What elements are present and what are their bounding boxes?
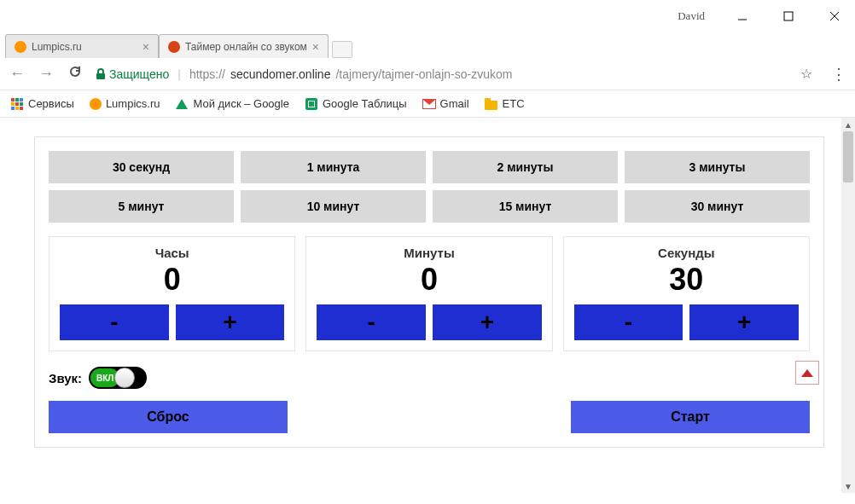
- sound-row: Звук: ВКЛ: [49, 367, 810, 389]
- bookmark-star-icon[interactable]: ☆: [800, 66, 812, 82]
- preset-1m[interactable]: 1 минута: [241, 151, 426, 183]
- preset-grid: 30 секунд 1 минута 2 минуты 3 минуты 5 м…: [49, 151, 810, 223]
- tab-lumpics[interactable]: Lumpics.ru ×: [5, 34, 159, 58]
- sound-toggle[interactable]: ВКЛ: [89, 367, 147, 389]
- chrome-menu-icon[interactable]: ⋮: [831, 65, 846, 84]
- maximize-button[interactable]: [771, 4, 806, 28]
- back-button[interactable]: ←: [9, 65, 26, 83]
- window-title-bar: David: [0, 0, 855, 32]
- preset-10m[interactable]: 10 минут: [241, 190, 426, 223]
- preset-3m[interactable]: 3 минуты: [625, 151, 810, 183]
- seconds-minus-button[interactable]: -: [574, 304, 683, 340]
- scroll-thumb[interactable]: [843, 131, 853, 182]
- preset-30s[interactable]: 30 секунд: [49, 151, 234, 183]
- bookmark-sheets[interactable]: Google Таблицы: [305, 97, 407, 111]
- scroll-up-arrow[interactable]: ▲: [841, 118, 855, 131]
- minutes-value: 0: [317, 262, 541, 298]
- apps-button[interactable]: Сервисы: [10, 97, 74, 111]
- seconds-label: Секунды: [574, 246, 799, 260]
- bookmark-gmail[interactable]: Gmail: [422, 97, 469, 111]
- action-row: Сброс Старт: [49, 401, 810, 433]
- tab-title: Lumpics.ru: [32, 41, 137, 53]
- favicon-icon: [168, 41, 180, 53]
- favicon-icon: [90, 98, 102, 110]
- url-host: secundomer.online: [230, 67, 331, 81]
- favicon-icon: [15, 41, 26, 53]
- vertical-scrollbar[interactable]: ▲ ▼: [841, 118, 855, 493]
- sound-label: Звук:: [49, 371, 82, 385]
- apps-label: Сервисы: [28, 97, 74, 110]
- seconds-plus-button[interactable]: +: [689, 304, 799, 340]
- reset-button[interactable]: Сброс: [49, 401, 288, 433]
- bookmark-lumpics[interactable]: Lumpics.ru: [90, 97, 160, 110]
- timer-panel: 30 секунд 1 минута 2 минуты 3 минуты 5 м…: [34, 136, 824, 448]
- forward-button[interactable]: →: [38, 65, 55, 83]
- hours-value: 0: [60, 262, 284, 298]
- minutes-card: Минуты 0 - +: [305, 236, 552, 351]
- bookmark-drive[interactable]: Мой диск – Google: [175, 97, 289, 111]
- address-bar: ← → Защищено | https://secundomer.online…: [0, 58, 855, 90]
- url-protocol: https://: [189, 67, 225, 81]
- minutes-minus-button[interactable]: -: [317, 304, 426, 340]
- close-icon[interactable]: ×: [312, 40, 319, 54]
- preset-5m[interactable]: 5 минут: [49, 190, 234, 223]
- time-cards: Часы 0 - + Минуты 0 - + Секунды 30 -: [49, 236, 810, 351]
- preset-2m[interactable]: 2 минуты: [433, 151, 618, 183]
- secure-label: Защищено: [109, 67, 169, 81]
- url-path: /tajmery/tajmer-onlajn-so-zvukom: [335, 67, 512, 81]
- reload-button[interactable]: [67, 65, 84, 83]
- preset-15m[interactable]: 15 минут: [433, 190, 618, 223]
- preset-30m[interactable]: 30 минут: [625, 190, 810, 223]
- bookmark-folder-etc[interactable]: ETC: [485, 97, 525, 111]
- tab-timer[interactable]: Таймер онлайн со звуком ×: [159, 34, 329, 58]
- gmail-icon: [422, 99, 436, 109]
- sheets-icon: [305, 98, 317, 110]
- hours-label: Часы: [60, 246, 284, 260]
- hours-card: Часы 0 - +: [49, 236, 295, 351]
- svg-rect-1: [784, 12, 793, 20]
- hours-plus-button[interactable]: +: [176, 304, 285, 340]
- chevron-up-icon: [801, 369, 813, 377]
- scroll-down-arrow[interactable]: ▼: [841, 479, 855, 493]
- start-button[interactable]: Старт: [571, 401, 810, 433]
- bookmarks-bar: Сервисы Lumpics.ru Мой диск – Google Goo…: [0, 90, 855, 118]
- url-input[interactable]: Защищено | https://secundomer.online/taj…: [96, 67, 788, 81]
- hours-minus-button[interactable]: -: [60, 304, 169, 340]
- minutes-label: Минуты: [317, 246, 541, 260]
- new-tab-button[interactable]: [332, 41, 352, 58]
- seconds-card: Секунды 30 - +: [563, 236, 810, 351]
- scroll-to-top-button[interactable]: [795, 361, 819, 385]
- svg-rect-4: [96, 73, 105, 79]
- folder-icon: [485, 101, 497, 110]
- apps-icon: [11, 98, 23, 110]
- username-label: David: [678, 9, 705, 23]
- close-button[interactable]: [817, 4, 852, 28]
- minutes-plus-button[interactable]: +: [433, 304, 542, 340]
- toggle-knob: [114, 368, 135, 388]
- secure-badge: Защищено: [96, 67, 169, 81]
- page-content: 30 секунд 1 минута 2 минуты 3 минуты 5 м…: [0, 118, 855, 456]
- seconds-value: 30: [574, 262, 799, 298]
- drive-icon: [176, 99, 188, 109]
- tab-bar: Lumpics.ru × Таймер онлайн со звуком ×: [0, 32, 855, 58]
- close-icon[interactable]: ×: [142, 40, 149, 54]
- tab-title: Таймер онлайн со звуком: [185, 41, 307, 53]
- url-separator: |: [177, 67, 181, 81]
- minimize-button[interactable]: [725, 4, 759, 28]
